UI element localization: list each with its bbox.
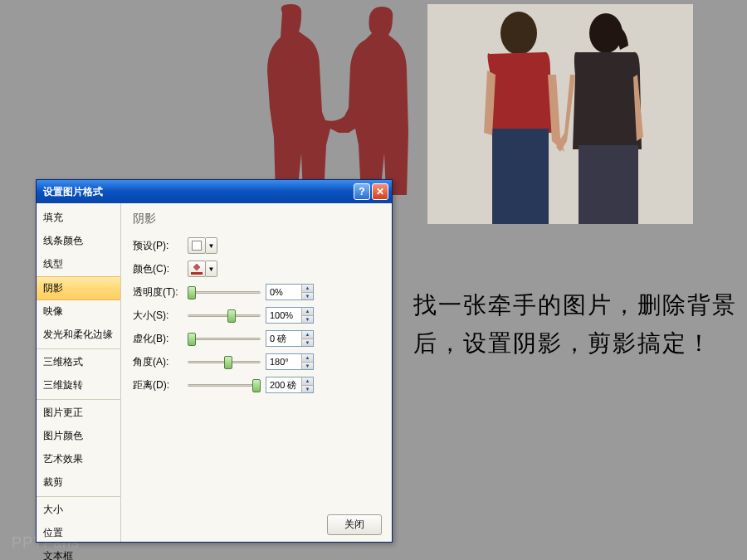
angle-spinner[interactable]: ▲ ▼ [266, 353, 314, 370]
size-label: 大小(S): [133, 309, 188, 323]
window-close-button[interactable]: ✕ [372, 183, 388, 200]
sidebar-item[interactable]: 大小 [37, 499, 120, 522]
category-sidebar: 填充线条颜色线型阴影映像发光和柔化边缘三维格式三维旋转图片更正图片颜色艺术效果裁… [37, 203, 121, 542]
transparency-label: 透明度(T): [133, 285, 188, 299]
blur-slider[interactable] [188, 331, 261, 346]
transparency-spinner[interactable]: ▲ ▼ [266, 284, 314, 300]
transparency-slider[interactable] [188, 285, 261, 299]
size-spinner[interactable]: ▲ ▼ [266, 307, 314, 324]
spinner-down-icon[interactable]: ▼ [302, 386, 313, 393]
sidebar-item[interactable]: 图片颜色 [37, 425, 120, 448]
dialog-title: 设置图片格式 [43, 185, 352, 199]
size-input[interactable] [266, 308, 301, 323]
transparency-input[interactable] [266, 285, 301, 299]
sidebar-item[interactable]: 图片更正 [37, 402, 120, 425]
sidebar-item[interactable]: 线型 [37, 253, 120, 276]
format-picture-dialog: 设置图片格式 ? ✕ 填充线条颜色线型阴影映像发光和柔化边缘三维格式三维旋转图片… [36, 179, 393, 543]
paint-bucket-icon[interactable] [188, 261, 206, 277]
divider [37, 496, 120, 497]
spinner-up-icon[interactable]: ▲ [302, 377, 313, 386]
angle-input[interactable] [266, 354, 301, 369]
dialog-titlebar[interactable]: 设置图片格式 ? ✕ [37, 180, 392, 203]
preset-label: 预设(P): [133, 239, 188, 253]
silhouette-image [216, 0, 448, 195]
help-button[interactable]: ? [354, 183, 370, 200]
spinner-down-icon[interactable]: ▼ [302, 363, 313, 370]
instruction-text: 找一张牵手的图片，删除背景后，设置阴影，剪影搞定！ [413, 286, 747, 363]
sidebar-item[interactable]: 裁剪 [37, 471, 120, 494]
spinner-up-icon[interactable]: ▲ [302, 308, 313, 316]
color-label: 颜色(C): [133, 262, 188, 276]
sidebar-item[interactable]: 填充 [37, 207, 120, 230]
preset-swatch[interactable] [188, 237, 206, 254]
sidebar-item[interactable]: 阴影 [37, 276, 120, 300]
close-button[interactable]: 关闭 [327, 514, 382, 535]
sidebar-item[interactable]: 文本框 [37, 545, 120, 560]
sidebar-item[interactable]: 三维旋转 [37, 374, 120, 397]
spinner-down-icon[interactable]: ▼ [302, 293, 313, 300]
svg-rect-4 [579, 145, 638, 224]
distance-slider[interactable] [188, 377, 261, 392]
sidebar-item[interactable]: 发光和柔化边缘 [37, 324, 120, 347]
spinner-up-icon[interactable]: ▲ [302, 285, 313, 293]
svg-rect-0 [427, 4, 693, 224]
spinner-up-icon[interactable]: ▲ [302, 331, 313, 339]
distance-input[interactable] [266, 377, 301, 392]
section-title: 阴影 [133, 212, 380, 226]
preset-combo[interactable]: ▼ [188, 237, 217, 254]
size-slider[interactable] [188, 308, 261, 323]
couple-photo [427, 4, 693, 224]
divider [37, 399, 120, 400]
blur-input[interactable] [266, 331, 301, 346]
blur-label: 虚化(B): [133, 332, 188, 346]
divider [37, 348, 120, 349]
blur-spinner[interactable]: ▲ ▼ [266, 330, 314, 347]
distance-label: 距离(D): [133, 378, 188, 392]
distance-spinner[interactable]: ▲ ▼ [266, 377, 314, 393]
spinner-down-icon[interactable]: ▼ [302, 339, 313, 347]
spinner-up-icon[interactable]: ▲ [302, 354, 313, 363]
shadow-panel: 阴影 预设(P): ▼ 颜色(C): [121, 203, 392, 542]
angle-label: 角度(A): [133, 355, 188, 369]
sidebar-item[interactable]: 艺术效果 [37, 448, 120, 471]
svg-point-1 [500, 12, 537, 55]
sidebar-item[interactable]: 线条颜色 [37, 230, 120, 253]
spinner-down-icon[interactable]: ▼ [302, 316, 313, 324]
chevron-down-icon[interactable]: ▼ [206, 261, 217, 277]
sidebar-item[interactable]: 三维格式 [37, 351, 120, 374]
angle-slider[interactable] [188, 354, 261, 369]
color-combo[interactable]: ▼ [188, 261, 217, 277]
sidebar-item[interactable]: 映像 [37, 300, 120, 324]
sidebar-item[interactable]: 位置 [37, 522, 120, 545]
chevron-down-icon[interactable]: ▼ [206, 237, 217, 254]
svg-rect-2 [492, 129, 549, 224]
